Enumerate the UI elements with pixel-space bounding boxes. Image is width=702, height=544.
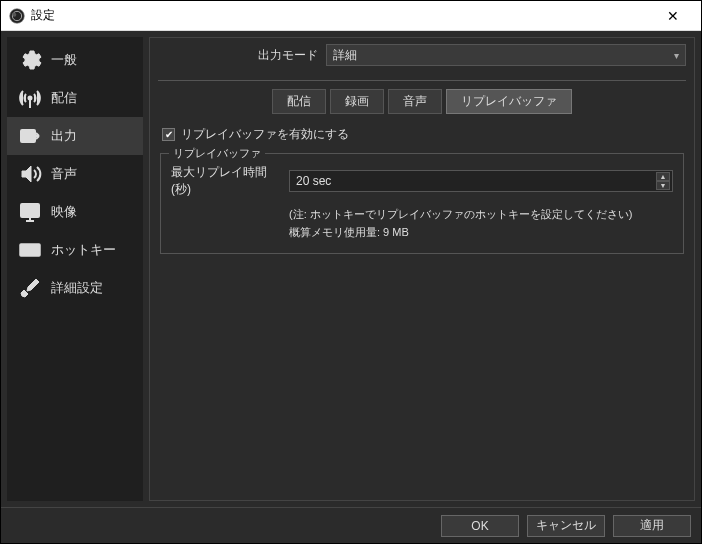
stepper-down-icon[interactable]: ▼ [656,181,670,190]
window-title: 設定 [31,7,653,24]
tab-label: 音声 [403,94,427,108]
replay-note-memory: 概算メモリ使用量: 9 MB [289,224,673,242]
tab-label: 配信 [287,94,311,108]
output-mode-value: 詳細 [333,47,357,64]
tab-audio[interactable]: 音声 [388,89,442,114]
tab-replay-buffer[interactable]: リプレイバッファ [446,89,572,114]
output-mode-row: 出力モード 詳細 ▾ [158,44,686,66]
cancel-button[interactable]: キャンセル [527,515,605,537]
sidebar-item-label: 出力 [51,127,77,145]
titlebar: 設定 ✕ [1,1,701,31]
stepper-up-icon[interactable]: ▲ [656,172,670,181]
main-panel: 出力モード 詳細 ▾ 配信 録画 音声 リプレイバッファ ✔ リプレイバッファを… [149,37,695,501]
svg-point-2 [12,12,16,16]
sidebar-item-label: 一般 [51,51,77,69]
divider [158,80,686,81]
sidebar-item-hotkeys[interactable]: ホットキー [7,231,143,269]
tab-streaming[interactable]: 配信 [272,89,326,114]
obs-logo-icon [9,8,25,24]
close-button[interactable]: ✕ [653,8,693,24]
sidebar-item-general[interactable]: 一般 [7,41,143,79]
stepper[interactable]: ▲ ▼ [656,172,670,190]
monitor-icon [17,199,43,225]
keyboard-icon [17,237,43,263]
button-label: 適用 [640,517,664,534]
max-replay-time-input[interactable]: 20 sec ▲ ▼ [289,170,673,192]
sidebar-item-label: 音声 [51,165,77,183]
tab-label: リプレイバッファ [461,94,557,108]
max-replay-time-row: 最大リプレイ時間 (秒) 20 sec ▲ ▼ [171,164,673,198]
tools-icon [17,275,43,301]
sidebar-item-video[interactable]: 映像 [7,193,143,231]
replay-group-legend: リプレイバッファ [169,146,265,161]
sidebar-item-audio[interactable]: 音声 [7,155,143,193]
window-body: 一般 配信 出力 音声 映像 ホットキー [1,31,701,507]
max-replay-time-label: 最大リプレイ時間 (秒) [171,164,281,198]
speaker-icon [17,161,43,187]
antenna-icon [17,85,43,111]
button-label: OK [471,519,488,533]
enable-replay-label: リプレイバッファを有効にする [181,126,349,143]
sidebar-item-advanced[interactable]: 詳細設定 [7,269,143,307]
sidebar-item-stream[interactable]: 配信 [7,79,143,117]
sidebar-item-label: 配信 [51,89,77,107]
settings-window: 設定 ✕ 一般 配信 出力 音声 映像 [0,0,702,544]
sidebar-item-label: 詳細設定 [51,279,103,297]
apply-button[interactable]: 適用 [613,515,691,537]
output-mode-label: 出力モード [158,47,318,64]
output-icon [17,123,43,149]
svg-rect-6 [21,204,39,217]
enable-replay-checkbox[interactable]: ✔ [162,128,175,141]
enable-replay-row[interactable]: ✔ リプレイバッファを有効にする [162,126,686,143]
footer: OK キャンセル 適用 [1,507,701,543]
gear-icon [17,47,43,73]
chevron-down-icon: ▾ [674,50,679,61]
tab-label: 録画 [345,94,369,108]
button-label: キャンセル [536,517,596,534]
sidebar-item-label: 映像 [51,203,77,221]
tab-recording[interactable]: 録画 [330,89,384,114]
max-replay-time-value: 20 sec [296,174,331,188]
replay-buffer-group: リプレイバッファ 最大リプレイ時間 (秒) 20 sec ▲ ▼ (注: ホット… [160,153,684,254]
replay-notes: (注: ホットキーでリプレイバッファのホットキーを設定してください) 概算メモリ… [171,206,673,241]
replay-note-hotkey: (注: ホットキーでリプレイバッファのホットキーを設定してください) [289,206,673,224]
sidebar-item-label: ホットキー [51,241,116,259]
output-mode-select[interactable]: 詳細 ▾ [326,44,686,66]
sidebar: 一般 配信 出力 音声 映像 ホットキー [7,37,143,501]
ok-button[interactable]: OK [441,515,519,537]
output-tabs: 配信 録画 音声 リプレイバッファ [158,89,686,114]
sidebar-item-output[interactable]: 出力 [7,117,143,155]
